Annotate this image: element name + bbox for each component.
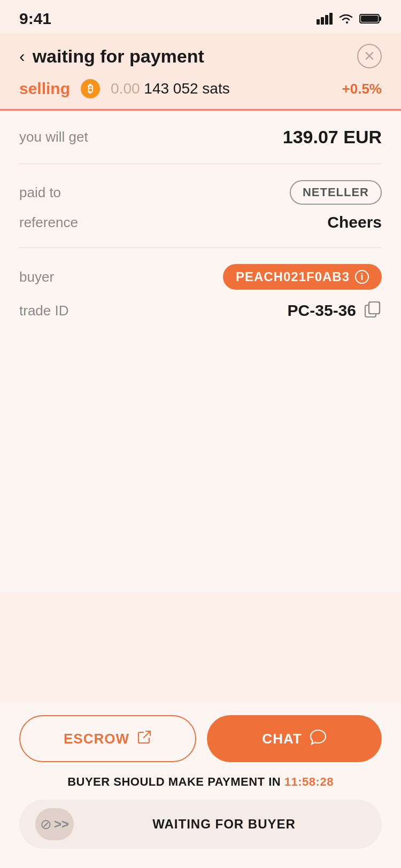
chat-button[interactable]: CHAT [207, 715, 382, 762]
back-button[interactable]: ‹ [19, 46, 25, 66]
trade-id-label: trade ID [19, 303, 69, 319]
sats-zero: 0.00 [111, 80, 140, 97]
escrow-button-label: ESCROW [64, 731, 129, 747]
copy-icon[interactable] [364, 300, 382, 321]
no-action-button: ⊘ >> [35, 808, 74, 840]
buyer-section: buyer PEACH021F0AB3 i trade ID PC-35-36 [19, 248, 382, 337]
payment-section: paid to NETELLER reference Cheers [19, 164, 382, 248]
header-left: ‹ waiting for payment [19, 46, 204, 67]
close-button[interactable]: ✕ [357, 44, 382, 68]
wifi-icon [338, 13, 354, 25]
trade-id-row: trade ID PC-35-36 [19, 300, 382, 321]
waiting-status-text: WAITING FOR BUYER [82, 817, 366, 832]
chat-bubble-icon [310, 729, 327, 749]
you-will-get-row: you will get 139.07 EUR [19, 127, 382, 148]
buyer-label: buyer [19, 269, 54, 285]
status-time: 9:41 [19, 10, 51, 28]
chevrons-icon: >> [54, 817, 69, 832]
svg-rect-1 [379, 17, 381, 21]
header-top: ‹ waiting for payment ✕ [19, 44, 382, 68]
signal-icon [317, 13, 333, 25]
bottom-area: ESCROW CHAT BUYER SHOULD MAKE PAYMENT IN… [0, 702, 401, 868]
svg-rect-4 [369, 302, 380, 314]
action-buttons: ESCROW CHAT [19, 715, 382, 762]
buyer-badge[interactable]: PEACH021F0AB3 i [223, 264, 382, 290]
selling-label: selling [19, 80, 70, 98]
buyer-row: buyer PEACH021F0AB3 i [19, 264, 382, 290]
waiting-bar: ⊘ >> WAITING FOR BUYER [19, 800, 382, 849]
trade-id-value: PC-35-36 [288, 301, 356, 320]
paid-to-label: paid to [19, 184, 61, 201]
no-symbol-icon: ⊘ [40, 816, 52, 833]
you-will-get-label: you will get [19, 129, 88, 145]
you-will-get-value: 139.07 EUR [283, 127, 382, 148]
buyer-id: PEACH021F0AB3 [236, 269, 350, 284]
trade-id-value-row: PC-35-36 [288, 300, 382, 321]
reference-row: reference Cheers [19, 213, 382, 231]
sats-amount: 0.00 143 052 sats [111, 80, 230, 97]
timer-value: 11:58:28 [284, 775, 334, 788]
status-icons [317, 13, 382, 25]
bitcoin-icon: ₿ [81, 79, 100, 98]
page-title: waiting for payment [33, 46, 204, 67]
escrow-button[interactable]: ESCROW [19, 715, 196, 762]
reference-label: reference [19, 214, 78, 231]
payment-method-badge: NETELLER [290, 180, 382, 205]
percent-change: +0.5% [342, 81, 382, 97]
external-link-icon [137, 730, 152, 748]
payment-timer: BUYER SHOULD MAKE PAYMENT IN 11:58:28 [19, 775, 382, 789]
status-bar: 9:41 [0, 0, 401, 33]
main-content: you will get 139.07 EUR paid to NETELLER… [0, 111, 401, 592]
payment-timer-label: BUYER SHOULD MAKE PAYMENT IN [67, 775, 281, 788]
paid-to-row: paid to NETELLER [19, 180, 382, 205]
sats-value: 143 052 sats [144, 80, 229, 97]
svg-rect-2 [361, 15, 378, 22]
info-icon: i [355, 270, 369, 284]
header: ‹ waiting for payment ✕ selling ₿ 0.00 1… [0, 33, 401, 111]
header-sub: selling ₿ 0.00 143 052 sats +0.5% [19, 79, 382, 109]
chat-button-label: CHAT [262, 731, 302, 747]
reference-value: Cheers [327, 213, 382, 231]
battery-icon [359, 13, 382, 25]
you-will-get-section: you will get 139.07 EUR [19, 111, 382, 164]
